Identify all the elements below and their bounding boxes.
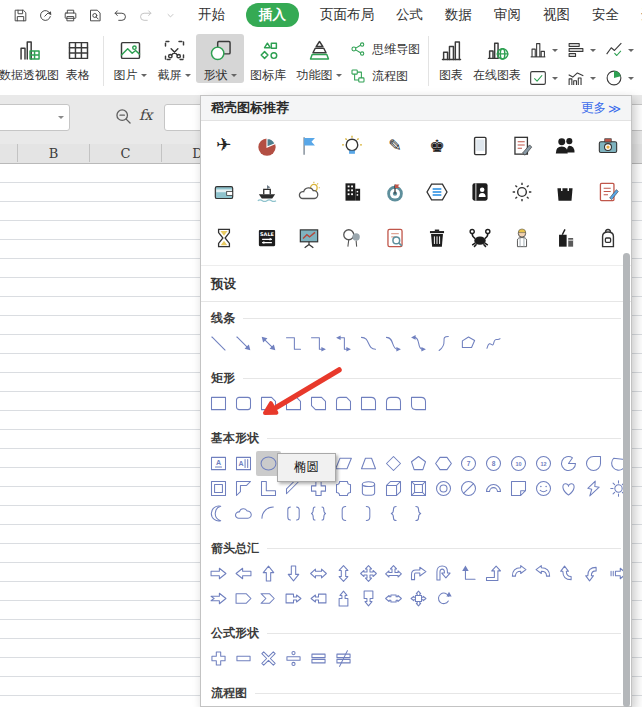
shape-minus[interactable]	[231, 646, 256, 671]
database-hexagon-icon[interactable]	[423, 177, 452, 206]
shapes-button[interactable]: 形状	[196, 34, 244, 83]
tab-页面布局[interactable]: 页面布局	[319, 4, 375, 26]
shape-curved-right-arrow[interactable]	[506, 561, 531, 586]
shape-quad-arrow[interactable]	[356, 561, 381, 586]
online-chart-button[interactable]: 在线图表	[469, 35, 525, 82]
document-search-icon[interactable]	[380, 223, 409, 252]
shape-curved-connector[interactable]	[356, 331, 381, 356]
chart-button[interactable]: 图表	[434, 35, 468, 82]
shape-multiply[interactable]	[256, 646, 281, 671]
insert-function-fx[interactable]: fx	[139, 107, 153, 123]
name-box[interactable]	[0, 104, 70, 131]
shape-circular-arrow[interactable]	[431, 586, 456, 611]
note-pen-icon[interactable]	[593, 177, 622, 206]
drink-icon[interactable]	[551, 223, 580, 252]
picture-button[interactable]: 图片	[109, 35, 151, 82]
balloons-icon[interactable]	[338, 223, 367, 252]
shape-line-arrow[interactable]	[231, 331, 256, 356]
shape-snip-diagonal-corner-rectangle[interactable]	[306, 391, 331, 416]
shape-pentagon[interactable]	[406, 451, 431, 476]
shape-elbow-double-arrow-connector[interactable]	[331, 331, 356, 356]
shape-arc[interactable]	[256, 501, 281, 526]
shape-line[interactable]	[206, 331, 231, 356]
shape-trapezoid[interactable]	[356, 451, 381, 476]
document-edit-icon[interactable]	[508, 131, 537, 160]
smart-diagram-button[interactable]: 功能图	[294, 35, 344, 82]
people-icon[interactable]	[551, 131, 580, 160]
camera-icon[interactable]	[593, 131, 622, 160]
export-pdf-icon[interactable]	[33, 3, 58, 27]
shape-hexagon[interactable]	[431, 451, 456, 476]
shape-bent-up-arrow[interactable]	[481, 561, 506, 586]
shape-line-double-arrow[interactable]	[256, 331, 281, 356]
weather-icon[interactable]	[295, 177, 324, 206]
shape-bent-arrow[interactable]	[406, 561, 431, 586]
tab-插入[interactable]: 插入	[246, 3, 299, 27]
more-link[interactable]: 更多 ≫	[581, 100, 621, 117]
shape-curved-down-arrow[interactable]	[581, 561, 606, 586]
zoom-search-icon[interactable]	[113, 106, 134, 127]
shape-left-up-arrow[interactable]	[456, 561, 481, 586]
shape-bevel[interactable]	[406, 476, 431, 501]
shopping-bag-icon[interactable]	[551, 177, 580, 206]
shape-frame[interactable]	[206, 476, 231, 501]
shape-notched-right-arrow[interactable]	[206, 586, 231, 611]
column-header-partial[interactable]	[0, 144, 18, 162]
ship-icon[interactable]	[252, 177, 281, 206]
panel-scrollbar-thumb[interactable]	[623, 253, 630, 707]
shape-divide[interactable]	[281, 646, 306, 671]
shape-up-down-arrow[interactable]	[331, 561, 356, 586]
shape-left-arrow[interactable]	[231, 561, 256, 586]
shape-lightning-bolt[interactable]	[581, 476, 606, 501]
flow-chart-button[interactable]: 流程图	[349, 67, 408, 85]
tab-安全[interactable]: 安全	[591, 4, 620, 26]
shape-snip-single-corner-rectangle[interactable]	[256, 391, 281, 416]
chess-piece-icon[interactable]: ♚	[423, 131, 452, 160]
shape-cloud[interactable]	[231, 501, 256, 526]
target-icon[interactable]	[380, 177, 409, 206]
redo-icon[interactable]	[133, 3, 158, 27]
column-chart-button[interactable]	[527, 37, 565, 63]
pie-chart-icon[interactable]	[252, 131, 281, 160]
mind-map-button[interactable]: 思维导图	[349, 40, 420, 58]
shape-pie[interactable]	[556, 451, 581, 476]
shape-up-arrow-callout[interactable]	[331, 586, 356, 611]
shape-round-diagonal-corner-rectangle[interactable]	[406, 391, 431, 416]
shape-cube[interactable]	[381, 476, 406, 501]
shape-chevron-arrow[interactable]	[256, 586, 281, 611]
shape-round-single-corner-rectangle[interactable]	[356, 391, 381, 416]
shape-rectangle[interactable]	[206, 391, 231, 416]
shape-left-arrow-callout[interactable]	[306, 586, 331, 611]
shape-dodecagon[interactable]: 12	[531, 451, 556, 476]
shape-scribble[interactable]	[481, 331, 506, 356]
building-icon[interactable]	[338, 177, 367, 206]
backpack-icon[interactable]	[593, 223, 622, 252]
shape-down-arrow[interactable]	[281, 561, 306, 586]
combo-chart-button[interactable]	[565, 65, 603, 91]
tab-数据[interactable]: 数据	[444, 4, 473, 26]
shape-elbow-arrow-connector[interactable]	[306, 331, 331, 356]
shape-curved-arrow-connector[interactable]	[381, 331, 406, 356]
shape-vertical-text-box[interactable]: A	[231, 451, 256, 476]
undo-icon[interactable]	[108, 3, 133, 27]
tab-审阅[interactable]: 审阅	[493, 4, 522, 26]
shape-double-brace[interactable]	[306, 501, 331, 526]
wallet-icon[interactable]	[210, 177, 239, 206]
shape-curved-left-arrow[interactable]	[531, 561, 556, 586]
shape-snip-and-round-single-corner-rectangle[interactable]	[331, 391, 356, 416]
flag-icon[interactable]	[295, 131, 324, 160]
shape-not-equal[interactable]	[331, 646, 356, 671]
shape-decagon[interactable]: 10	[506, 451, 531, 476]
shape-down-arrow-callout[interactable]	[356, 586, 381, 611]
tablet-icon[interactable]	[465, 131, 494, 160]
shape-curve[interactable]	[431, 331, 456, 356]
shape-moon[interactable]	[206, 501, 231, 526]
screenshot-button[interactable]: 截屏	[153, 35, 195, 82]
shape-left-brace[interactable]	[381, 501, 406, 526]
shape-elbow-connector[interactable]	[281, 331, 306, 356]
shape-quad-arrow-callout[interactable]	[406, 586, 431, 611]
shape-smiley-face[interactable]	[531, 476, 556, 501]
shape-curved-up-arrow[interactable]	[556, 561, 581, 586]
shape-round-same-side-corner-rectangle[interactable]	[381, 391, 406, 416]
contact-book-icon[interactable]	[465, 177, 494, 206]
